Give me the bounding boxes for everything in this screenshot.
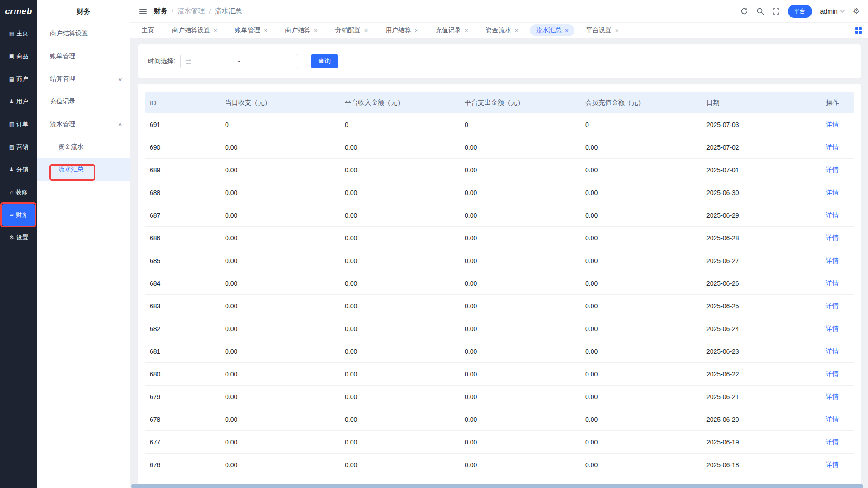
submenu-item-capital-flow[interactable]: 资金流水 — [37, 136, 130, 158]
close-icon[interactable]: × — [214, 28, 217, 34]
search-icon[interactable] — [756, 7, 764, 15]
brand-logo[interactable]: crmeb — [0, 0, 37, 22]
date-filter-label: 时间选择: — [148, 57, 175, 65]
nav-rail-item-order[interactable]: ▥ 订单 — [0, 113, 37, 136]
primary-sidebar: crmeb ▦ 主页 ▣ 商品 ▤ 商户 ♟ 用户 ▥ 订单 ▨ 营销 ♟ 分销… — [0, 0, 37, 488]
main-column: 财务/流水管理/流水汇总 平台 admin ⚙ — [130, 0, 868, 488]
tab-主页[interactable]: 主页 — [136, 24, 160, 36]
table-row: 682 0.00 0.00 0.00 0.00 2025-06-24 详情 — [145, 317, 854, 340]
detail-link[interactable]: 详情 — [826, 302, 839, 309]
submenu-item-settlement-management[interactable]: 结算管理 ∨ — [37, 68, 130, 90]
gear-icon[interactable]: ⚙ — [853, 7, 860, 15]
close-icon[interactable]: × — [414, 28, 418, 34]
nav-rail-item-finance[interactable]: ▰ 财务 — [2, 204, 35, 226]
nav-rail-item-merchant[interactable]: ▤ 商户 — [0, 68, 37, 90]
submenu-item-flow-management[interactable]: 流水管理 ∧ — [37, 113, 130, 136]
detail-link[interactable]: 详情 — [826, 393, 839, 400]
detail-link[interactable]: 详情 — [826, 189, 839, 196]
nav-rail-item-settings[interactable]: ⚙ 设置 — [0, 226, 37, 249]
column-header-id: ID — [145, 99, 221, 107]
grid-icon: ▦ — [9, 31, 14, 36]
nav-rail-item-marketing[interactable]: ▨ 营销 — [0, 136, 37, 158]
chevron-down-icon: ∨ — [118, 77, 122, 82]
tabs-grid-icon[interactable] — [855, 27, 862, 34]
tab-商户结算设置[interactable]: 商户结算设置 × — [166, 24, 223, 36]
table-row: 680 0.00 0.00 0.00 0.00 2025-06-22 详情 — [145, 363, 854, 386]
tab-平台设置[interactable]: 平台设置 × — [580, 24, 625, 36]
nav-rail-item-user[interactable]: ♟ 用户 — [0, 90, 37, 113]
close-icon[interactable]: × — [314, 28, 318, 34]
filter-card: 时间选择: - 查询 — [138, 44, 861, 78]
detail-link[interactable]: 详情 — [826, 347, 839, 355]
search-button[interactable]: 查询 — [311, 54, 338, 68]
table-body: 691 0 0 0 0 2025-07-03 详情 690 0.00 0.00 … — [145, 113, 854, 488]
table-row: 679 0.00 0.00 0.00 0.00 2025-06-21 详情 — [145, 386, 854, 408]
column-header-date: 日期 — [702, 98, 821, 107]
platform-badge[interactable]: 平台 — [788, 5, 812, 18]
tab-bar: 主页 商户结算设置 × 账单管理 × 商户结算 × 分销配置 × 用户结算 × … — [130, 22, 868, 38]
close-icon[interactable]: × — [264, 28, 268, 34]
close-icon[interactable]: × — [515, 28, 519, 34]
detail-link[interactable]: 详情 — [826, 370, 839, 377]
fullscreen-icon[interactable] — [772, 8, 780, 15]
settings-icon: ⚙ — [9, 235, 14, 240]
goods-icon: ▣ — [9, 54, 14, 59]
detail-link[interactable]: 详情 — [826, 461, 839, 468]
tab-账单管理[interactable]: 账单管理 × — [229, 24, 274, 36]
close-icon[interactable]: × — [364, 28, 368, 34]
table-row: 688 0.00 0.00 0.00 0.00 2025-06-30 详情 — [145, 181, 854, 204]
nav-rail-item-home[interactable]: ▦ 主页 — [0, 22, 37, 45]
column-header-recharge: 会员充值金额（元） — [581, 98, 702, 107]
breadcrumb-separator: / — [209, 7, 211, 15]
nav-rail-item-goods[interactable]: ▣ 商品 — [0, 45, 37, 68]
close-icon[interactable]: × — [615, 28, 619, 34]
detail-link[interactable]: 详情 — [826, 325, 839, 332]
tab-资金流水[interactable]: 资金流水 × — [480, 24, 525, 36]
date-range-input[interactable]: - — [180, 54, 298, 68]
table-row: 683 0.00 0.00 0.00 0.00 2025-06-25 详情 — [145, 295, 854, 317]
table-row: 690 0.00 0.00 0.00 0.00 2025-07-02 详情 — [145, 136, 854, 159]
app-root: crmeb ▦ 主页 ▣ 商品 ▤ 商户 ♟ 用户 ▥ 订单 ▨ 营销 ♟ 分销… — [0, 0, 868, 488]
detail-link[interactable]: 详情 — [826, 143, 839, 151]
horizontal-scrollbar[interactable] — [131, 484, 863, 488]
close-icon[interactable]: × — [565, 28, 569, 34]
column-header-daily: 当日收支（元） — [221, 98, 340, 107]
close-icon[interactable]: × — [465, 28, 468, 34]
detail-link[interactable]: 详情 — [826, 121, 839, 128]
breadcrumb: 财务/流水管理/流水汇总 — [154, 7, 242, 15]
detail-link[interactable]: 详情 — [826, 279, 839, 287]
table-row: 687 0.00 0.00 0.00 0.00 2025-06-29 详情 — [145, 204, 854, 227]
tab-商户结算[interactable]: 商户结算 × — [279, 24, 324, 36]
detail-link[interactable]: 详情 — [826, 234, 839, 241]
breadcrumb-item[interactable]: 流水汇总 — [215, 7, 242, 15]
submenu-item-merchant-settlement-settings[interactable]: 商户结算设置 — [37, 22, 130, 45]
detail-link[interactable]: 详情 — [826, 415, 839, 423]
chevron-down-icon — [840, 10, 845, 13]
detail-link[interactable]: 详情 — [826, 211, 839, 219]
refresh-icon[interactable] — [740, 7, 748, 15]
collapse-menu-icon[interactable] — [139, 9, 147, 14]
detail-link[interactable]: 详情 — [826, 257, 839, 264]
table-row: 681 0.00 0.00 0.00 0.00 2025-06-23 详情 — [145, 340, 854, 363]
tab-用户结算[interactable]: 用户结算 × — [379, 24, 424, 36]
header-actions: 平台 admin ⚙ — [740, 5, 860, 18]
user-menu[interactable]: admin — [820, 8, 845, 15]
nav-rail-item-distribution[interactable]: ♟ 分销 — [0, 158, 37, 181]
tab-分销配置[interactable]: 分销配置 × — [329, 24, 374, 36]
detail-link[interactable]: 详情 — [826, 166, 839, 173]
detail-link[interactable]: 详情 — [826, 438, 839, 445]
table-row: 686 0.00 0.00 0.00 0.00 2025-06-28 详情 — [145, 227, 854, 249]
submenu-item-recharge-records[interactable]: 充值记录 — [37, 90, 130, 113]
primary-nav: ▦ 主页 ▣ 商品 ▤ 商户 ♟ 用户 ▥ 订单 ▨ 营销 ♟ 分销 ⌂ 装修 … — [0, 22, 37, 249]
table-row: 677 0.00 0.00 0.00 0.00 2025-06-19 详情 — [145, 431, 854, 454]
breadcrumb-separator: / — [172, 7, 173, 15]
tab-充值记录[interactable]: 充值记录 × — [430, 24, 474, 36]
breadcrumb-item[interactable]: 流水管理 — [177, 7, 205, 15]
tab-流水汇总[interactable]: 流水汇总 × — [530, 24, 574, 36]
nav-rail-item-decoration[interactable]: ⌂ 装修 — [0, 181, 37, 204]
table-row: 691 0 0 0 0 2025-07-03 详情 — [145, 113, 854, 136]
submenu-item-flow-summary[interactable]: 流水汇总 — [37, 158, 130, 181]
submenu-item-bill-management[interactable]: 账单管理 — [37, 45, 130, 68]
marketing-icon: ▨ — [9, 144, 14, 150]
top-header: 财务/流水管理/流水汇总 平台 admin ⚙ — [130, 0, 868, 22]
